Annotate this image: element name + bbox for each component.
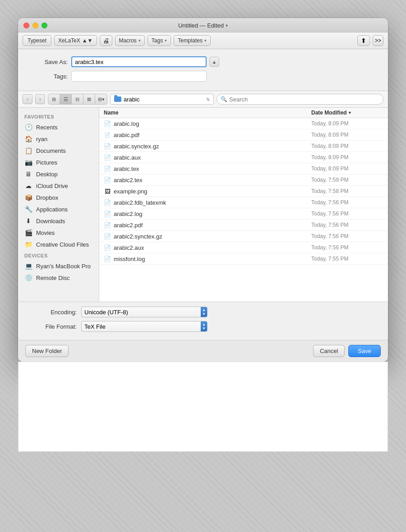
table-row[interactable]: 📄 arabic.aux Today, 8:09 PM xyxy=(99,152,388,163)
typeset-button[interactable]: Typeset xyxy=(23,35,51,46)
sidebar-item-icloud[interactable]: ☁ iCloud Drive xyxy=(18,180,99,192)
encoding-select[interactable]: Unicode (UTF-8) ▲▼ xyxy=(81,307,208,317)
sidebar-item-label: Creative Cloud Files xyxy=(36,241,89,248)
location-bar[interactable]: arabic ⇅ xyxy=(110,94,214,105)
title-chevron-icon[interactable]: ▾ xyxy=(226,23,228,28)
sidebar-item-applications[interactable]: 🔧 Applications xyxy=(18,203,99,215)
sidebar-item-desktop[interactable]: 🖥 Desktop xyxy=(18,168,99,180)
save-button[interactable]: Save xyxy=(348,345,381,357)
table-row[interactable]: 📄 arabic2.pdf Today, 7:56 PM xyxy=(99,220,388,231)
minimize-button[interactable] xyxy=(32,23,38,28)
sidebar-item-label: iCloud Drive xyxy=(36,183,68,189)
file-icon: 📄 xyxy=(104,198,111,206)
table-row[interactable]: 🖼 example.png Today, 7:58 PM xyxy=(99,186,388,197)
sidebar-item-remote-disc[interactable]: 💿 Remote Disc xyxy=(18,272,99,284)
format-select[interactable]: TeX File ▲▼ xyxy=(81,321,208,332)
file-name-cell: 📄 arabic.aux xyxy=(104,153,311,161)
file-date-cell: Today, 8:09 PM xyxy=(311,165,383,172)
back-icon: ‹ xyxy=(27,96,28,102)
action-right-buttons: Cancel Save xyxy=(313,345,381,357)
icon-view-button[interactable]: ⊞ xyxy=(48,94,60,104)
tags-dropdown[interactable]: Tags ▾ xyxy=(148,35,171,46)
column-view-button[interactable]: ⊟ xyxy=(72,94,83,104)
sidebar-item-macbook[interactable]: 💻 Ryan's MacBook Pro xyxy=(18,260,99,272)
devices-section-label: Devices xyxy=(18,250,99,260)
file-date-cell: Today, 7:56 PM xyxy=(311,211,383,217)
sidebar-item-recents[interactable]: 🕐 Recents xyxy=(18,121,99,133)
table-row[interactable]: 📄 arabic2.synctex.gz Today, 7:56 PM xyxy=(99,231,388,242)
templates-dropdown[interactable]: Templates ▾ xyxy=(174,35,211,46)
window-title-text: Untitled — Edited xyxy=(178,22,224,29)
table-row[interactable]: 📄 arabic.synctex.gz Today, 8:09 PM xyxy=(99,141,388,152)
expand-button[interactable]: ▲ xyxy=(209,57,219,67)
sort-chevron-icon[interactable]: ▾ xyxy=(349,110,351,115)
sidebar-item-movies[interactable]: 🎬 Movies xyxy=(18,227,99,238)
table-row[interactable]: 📄 missfont.log Today, 7:55 PM xyxy=(99,253,388,265)
maximize-button[interactable] xyxy=(42,23,47,28)
column-date-header: Date Modified ▾ xyxy=(311,110,383,116)
sidebar-item-label: Remote Disc xyxy=(36,275,69,281)
toolbar: Typeset XeLaTeX ▲▼ 🖨 Macros ▾ Tags ▾ Tem… xyxy=(18,32,388,49)
sidebar-item-creative-cloud[interactable]: 📁 Creative Cloud Files xyxy=(18,238,99,250)
cancel-button[interactable]: Cancel xyxy=(313,345,345,357)
table-row[interactable]: 📄 arabic.tex Today, 8:09 PM xyxy=(99,163,388,174)
window-title: Untitled — Edited ▾ xyxy=(178,22,228,29)
file-date-cell: Today, 7:56 PM xyxy=(311,222,383,228)
macros-dropdown[interactable]: Macros ▾ xyxy=(115,35,145,46)
list-view-button[interactable]: ☰ xyxy=(60,94,72,104)
file-icon: 📄 xyxy=(104,119,111,128)
encoding-label: Encoding: xyxy=(27,309,77,316)
back-button[interactable]: ‹ xyxy=(23,94,32,104)
table-row[interactable]: 📄 arabic2.aux Today, 7:56 PM xyxy=(99,242,388,253)
file-list: Name Date Modified ▾ 📄 arabic.log Today,… xyxy=(99,108,388,302)
table-row[interactable]: 📄 arabic2.fdb_latexmk Today, 7:56 PM xyxy=(99,197,388,208)
save-as-input[interactable] xyxy=(71,56,207,67)
printer-button[interactable]: 🖨 xyxy=(100,35,112,46)
search-bar[interactable]: 🔍 xyxy=(217,94,383,105)
table-row[interactable]: 📄 arabic2.log Today, 7:56 PM xyxy=(99,208,388,220)
sidebar-item-pictures[interactable]: 📷 Pictures xyxy=(18,156,99,168)
file-name-cell: 📄 missfont.log xyxy=(104,255,311,263)
forward-button[interactable]: › xyxy=(35,94,45,104)
share-button[interactable]: ⬆ xyxy=(357,35,370,46)
file-date-cell: Today, 8:09 PM xyxy=(311,120,383,127)
xelatex-dropdown[interactable]: XeLaTeX ▲▼ xyxy=(54,35,97,46)
tags-input[interactable] xyxy=(71,71,207,82)
coverflow-view-button[interactable]: ⊠ xyxy=(83,94,95,104)
traffic-lights xyxy=(23,23,47,28)
arrange-button[interactable]: ⊞▾ xyxy=(95,94,107,104)
documents-icon: 📋 xyxy=(24,147,32,155)
more-button[interactable]: >> xyxy=(373,35,383,46)
sidebar-item-dropbox[interactable]: 📦 Dropbox xyxy=(18,192,99,203)
recents-icon: 🕐 xyxy=(24,123,32,131)
save-as-row: Save As: ▲ xyxy=(27,56,379,67)
file-date-cell: Today, 7:56 PM xyxy=(311,244,383,251)
close-button[interactable] xyxy=(23,23,29,28)
xelatex-chevron-icon: ▲▼ xyxy=(82,37,93,44)
search-input[interactable] xyxy=(229,96,379,103)
table-row[interactable]: 📄 arabic2.tex Today, 7:59 PM xyxy=(99,174,388,186)
navigation-bar: ‹ › ⊞ ☰ ⊟ ⊠ ⊞▾ arabic ⇅ 🔍 xyxy=(18,91,388,108)
icloud-icon: ☁ xyxy=(24,182,32,190)
sidebar-item-label: Movies xyxy=(36,229,55,236)
home-icon: 🏠 xyxy=(24,135,32,143)
file-date-cell: Today, 7:55 PM xyxy=(311,256,383,262)
file-date-cell: Today, 7:59 PM xyxy=(311,177,383,183)
location-arrows-icon: ⇅ xyxy=(206,97,210,102)
file-name-cell: 📄 arabic2.synctex.gz xyxy=(104,232,311,240)
table-row[interactable]: 📄 arabic.log Today, 8:09 PM xyxy=(99,118,388,129)
sidebar-item-documents[interactable]: 📋 Documents xyxy=(18,145,99,156)
sidebar-item-label: Documents xyxy=(36,147,66,154)
encoding-arrows-icon: ▲▼ xyxy=(201,307,207,317)
table-row[interactable]: 📄 arabic.pdf Today, 8:09 PM xyxy=(99,129,388,141)
new-folder-button[interactable]: New Folder xyxy=(25,345,69,357)
file-date-cell: Today, 7:58 PM xyxy=(311,188,383,194)
file-date-cell: Today, 7:56 PM xyxy=(311,233,383,239)
file-name-cell: 📄 arabic2.pdf xyxy=(104,221,311,229)
file-date-cell: Today, 8:09 PM xyxy=(311,143,383,149)
sidebar-item-downloads[interactable]: ⬇ Downloads xyxy=(18,215,99,227)
file-name-cell: 📄 arabic2.aux xyxy=(104,243,311,252)
sidebar-item-ryan[interactable]: 🏠 ryan xyxy=(18,133,99,145)
file-name-cell: 📄 arabic2.tex xyxy=(104,176,311,184)
image-icon: 🖼 xyxy=(104,187,111,195)
